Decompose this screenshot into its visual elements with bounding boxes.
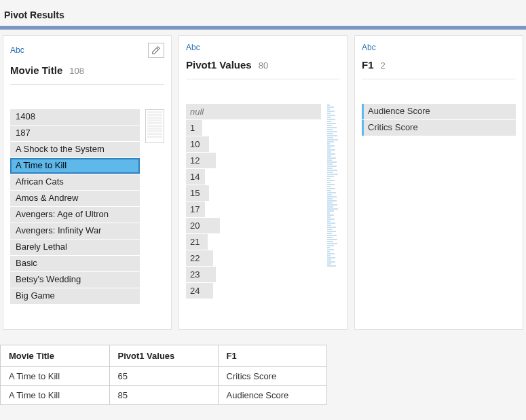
minimap-bar xyxy=(327,143,330,145)
minimap-bar xyxy=(327,164,333,165)
bar-fill: null xyxy=(186,104,321,119)
list-item[interactable]: Avengers: Age of Ultron xyxy=(10,207,140,223)
minimap-bar xyxy=(327,200,337,202)
minimap-bar xyxy=(327,115,335,116)
list-item[interactable]: 22 xyxy=(186,250,321,266)
table-row[interactable]: A Time to Kill65Critics Score xyxy=(1,367,326,386)
minimap-bar xyxy=(327,172,333,173)
minimap-bar xyxy=(327,129,333,130)
minimap-bar xyxy=(327,239,337,240)
list-item[interactable]: Betsy's Wedding xyxy=(10,272,140,288)
minimap-bar xyxy=(327,216,331,218)
minimap-bar xyxy=(327,151,331,153)
minimap[interactable] xyxy=(145,109,164,143)
minimap-bar xyxy=(327,104,330,106)
table-header[interactable]: F1 xyxy=(218,345,326,367)
bar-fill: 22 xyxy=(186,250,213,266)
value-list: null110121415172021222324 xyxy=(186,104,321,299)
edit-field-button[interactable] xyxy=(148,43,164,58)
minimap-bar xyxy=(327,251,330,252)
list-item[interactable]: 1408 xyxy=(10,109,140,125)
panel-divider xyxy=(362,79,516,79)
list-item[interactable]: 24 xyxy=(186,283,321,299)
minimap-bar xyxy=(327,174,338,175)
minimap-bar xyxy=(327,261,335,263)
panels-container: AbcMovie Title1081408187A Shock to the S… xyxy=(0,35,526,330)
list-item[interactable]: 1 xyxy=(186,120,321,136)
bar-fill: 21 xyxy=(186,234,208,250)
minimap-bar xyxy=(327,149,335,151)
list-item[interactable]: 23 xyxy=(186,267,321,282)
minimap-row xyxy=(147,111,162,113)
minimap-bar xyxy=(327,111,335,112)
list-item[interactable]: 20 xyxy=(186,218,321,233)
minimap-bar xyxy=(327,117,331,118)
bar-fill: 20 xyxy=(186,218,220,233)
list-item[interactable]: 14 xyxy=(186,169,321,185)
minimap-bar xyxy=(327,247,330,248)
table-cell: 65 xyxy=(109,367,218,386)
list-item[interactable]: 12 xyxy=(186,153,321,168)
minimap-bar xyxy=(327,113,331,114)
table-cell: A Time to Kill xyxy=(1,367,109,386)
list-item[interactable]: 15 xyxy=(186,185,321,201)
bar-fill: 10 xyxy=(186,136,209,152)
list-item[interactable]: A Shock to the System xyxy=(10,142,140,157)
table-header[interactable]: Movie Title xyxy=(1,345,109,367)
list-item[interactable]: 10 xyxy=(186,136,321,152)
minimap-bar xyxy=(327,170,337,171)
bar-fill: 15 xyxy=(186,185,209,201)
field-name: Movie Title xyxy=(10,64,62,76)
minimap-bar xyxy=(327,192,336,193)
minimap-bar xyxy=(327,121,331,122)
bar-fill: 14 xyxy=(186,169,205,185)
bar-fill: 17 xyxy=(186,202,205,217)
table-header[interactable]: Pivot1 Values xyxy=(109,345,218,367)
bar-fill: 12 xyxy=(186,153,216,168)
minimap-bar xyxy=(327,227,336,228)
minimap-row xyxy=(147,130,162,132)
minimap-bar xyxy=(327,147,331,149)
minimap-bar xyxy=(327,231,336,232)
list-item[interactable]: African Cats xyxy=(10,174,140,190)
list-item[interactable]: Barely Lethal xyxy=(10,240,140,255)
bar-fill: 24 xyxy=(186,283,213,299)
minimap-bar xyxy=(327,249,334,250)
list-item[interactable]: Big Game xyxy=(10,288,140,304)
panel-header: Abc xyxy=(10,43,164,58)
minimap-bar xyxy=(327,153,335,155)
minimap-bar xyxy=(327,221,331,222)
page-title: Pivot Results xyxy=(0,7,526,26)
list-item[interactable]: 17 xyxy=(186,202,321,217)
minimap-bar xyxy=(327,198,333,199)
minimap-bar xyxy=(327,265,336,267)
minimap-bar xyxy=(327,214,334,216)
list-item[interactable]: Basic xyxy=(10,256,140,271)
list-item[interactable]: 21 xyxy=(186,234,321,250)
minimap-bar xyxy=(327,190,331,191)
minimap-bar xyxy=(327,202,333,204)
value-list: 1408187A Shock to the SystemA Time to Ki… xyxy=(10,109,140,304)
list-item[interactable]: Critics Score xyxy=(362,120,516,136)
minimap[interactable] xyxy=(326,104,340,301)
list-item[interactable]: Avengers: Infinity War xyxy=(10,223,140,239)
panel-divider xyxy=(10,84,164,85)
list-area: Audience ScoreCritics Score xyxy=(362,104,516,136)
minimap-bar xyxy=(327,178,330,179)
pencil-icon xyxy=(151,45,161,55)
minimap-bar xyxy=(327,188,335,189)
field-panel: AbcF12Audience ScoreCritics Score xyxy=(354,35,523,330)
minimap-row xyxy=(147,117,162,119)
table-row[interactable]: A Time to Kill85Audience Score xyxy=(1,386,326,405)
field-count: 2 xyxy=(381,60,386,71)
list-item[interactable]: 187 xyxy=(10,126,140,141)
list-item[interactable]: A Time to Kill xyxy=(10,158,140,174)
list-item[interactable]: Amos & Andrew xyxy=(10,191,140,206)
minimap-bar xyxy=(327,180,335,181)
panel-header: Abc xyxy=(186,43,340,52)
list-item[interactable]: null xyxy=(186,104,321,119)
list-item[interactable]: Audience Score xyxy=(362,104,516,119)
minimap-bar xyxy=(327,237,333,238)
minimap-bar xyxy=(327,212,330,214)
field-panel: AbcPivot1 Values80null110121415172021222… xyxy=(179,35,347,330)
